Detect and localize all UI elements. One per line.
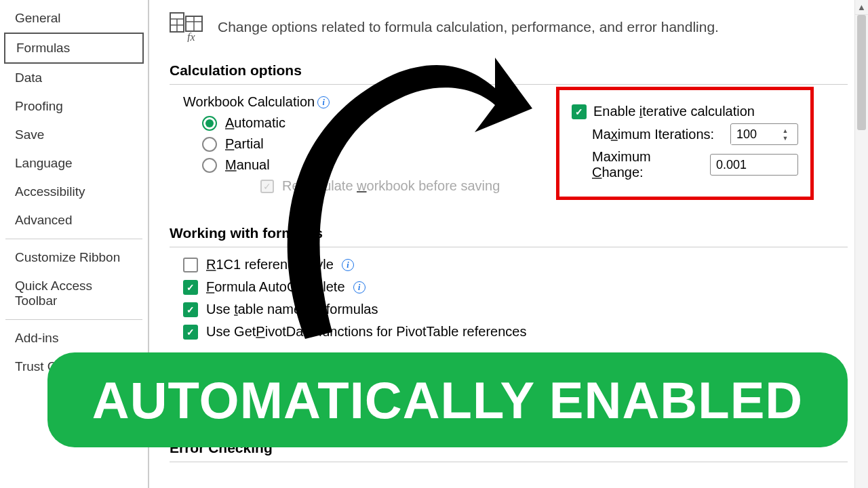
max-change-row: Maximum Change: xyxy=(572,149,798,180)
checkbox-icon: ✓ xyxy=(183,302,198,317)
info-icon[interactable]: i xyxy=(353,281,366,293)
scrollbar-thumb[interactable] xyxy=(857,15,866,130)
scroll-up-arrow-icon[interactable]: ▲ xyxy=(855,0,868,15)
formulas-icon: fx xyxy=(170,12,207,42)
radio-manual[interactable]: Manual xyxy=(202,157,500,173)
radio-partial[interactable]: Partial xyxy=(202,136,500,152)
page-title: Change options related to formula calcul… xyxy=(218,19,719,35)
annotation-banner-text: AUTOMATICALLY ENABLED xyxy=(92,371,803,430)
radio-automatic[interactable]: Automatic xyxy=(202,115,500,131)
checkbox-icon: ✓ xyxy=(572,104,587,119)
section-title-calculation: Calculation options xyxy=(170,62,848,79)
radio-icon xyxy=(202,116,217,131)
checkbox-icon: ✓ xyxy=(183,325,198,340)
page-header: fx Change options related to formula cal… xyxy=(170,12,848,42)
sidebar-item-quick-access-toolbar[interactable]: Quick Access Toolbar xyxy=(4,272,144,315)
max-change-label: Maximum Change: xyxy=(592,149,703,180)
svg-text:fx: fx xyxy=(187,31,195,42)
sidebar-divider xyxy=(5,319,142,320)
sidebar-divider xyxy=(5,239,142,239)
checkbox-getpivotdata[interactable]: ✓ Use GetPivotData functions for PivotTa… xyxy=(183,324,848,340)
spinner-arrows-icon[interactable]: ▲▼ xyxy=(778,127,792,142)
iterative-calculation-highlight-box: ✓ Enable iterative calculation Maximum I… xyxy=(556,87,814,200)
max-iterations-label: Maximum Iterations: xyxy=(592,127,714,142)
max-change-input[interactable] xyxy=(710,154,798,176)
info-icon[interactable]: i xyxy=(317,96,330,108)
section-title-working-formulas: Working with formulas xyxy=(170,225,848,241)
section-divider xyxy=(170,84,848,85)
sidebar-item-save[interactable]: Save xyxy=(4,121,144,149)
checkbox-r1c1[interactable]: ✓ R1C1 reference style i xyxy=(183,257,848,272)
sidebar-item-language[interactable]: Language xyxy=(4,149,144,178)
sidebar-item-customize-ribbon[interactable]: Customize Ribbon xyxy=(4,243,144,272)
sidebar-item-general[interactable]: General xyxy=(4,4,144,33)
sidebar-item-formulas[interactable]: Formulas xyxy=(4,33,144,64)
workbook-calculation-label: Workbook Calculation i xyxy=(183,94,500,110)
checkbox-recalculate-before-saving: ✓ Recalculate workbook before saving xyxy=(260,178,500,194)
max-iterations-spinner[interactable]: ▲▼ xyxy=(730,123,798,145)
sidebar-item-accessibility[interactable]: Accessibility xyxy=(4,178,144,206)
radio-icon xyxy=(202,158,217,173)
checkbox-enable-iterative[interactable]: ✓ Enable iterative calculation xyxy=(572,104,798,119)
checkbox-formula-autocomplete[interactable]: ✓ Formula AutoComplete i xyxy=(183,279,848,295)
section-divider xyxy=(170,247,848,247)
annotation-banner: AUTOMATICALLY ENABLED xyxy=(47,352,848,447)
checkbox-icon: ✓ xyxy=(260,180,274,193)
sidebar-item-data[interactable]: Data xyxy=(4,64,144,92)
vertical-scrollbar[interactable]: ▲ xyxy=(854,0,868,488)
sidebar-item-advanced[interactable]: Advanced xyxy=(4,206,144,235)
checkbox-table-names[interactable]: ✓ Use table names in formulas xyxy=(183,302,848,317)
section-divider xyxy=(170,462,848,462)
max-iterations-row: Maximum Iterations: ▲▼ xyxy=(572,123,798,145)
radio-icon xyxy=(202,137,217,152)
info-icon[interactable]: i xyxy=(342,259,354,271)
checkbox-icon: ✓ xyxy=(183,258,198,272)
checkbox-icon: ✓ xyxy=(183,280,198,295)
max-iterations-input[interactable] xyxy=(731,125,778,144)
sidebar-item-add-ins[interactable]: Add-ins xyxy=(4,324,144,352)
sidebar-item-proofing[interactable]: Proofing xyxy=(4,92,144,121)
